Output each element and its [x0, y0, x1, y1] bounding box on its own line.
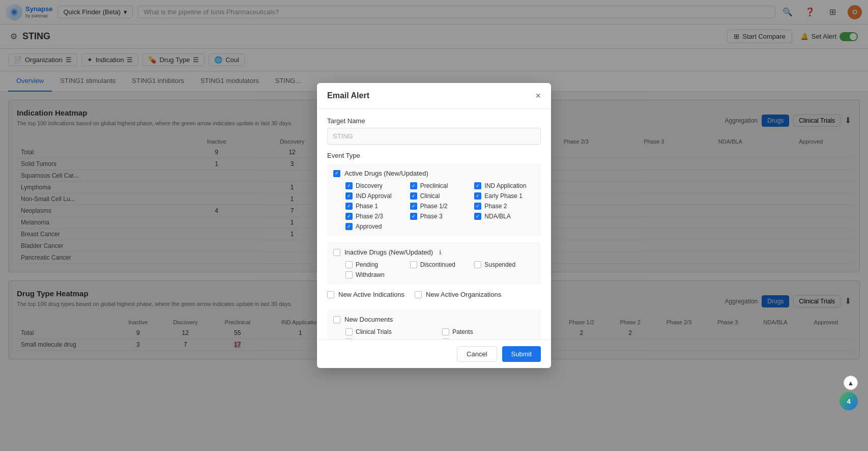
email-alert-modal: Email Alert × Target Name Event Type ✓ A… [317, 83, 551, 368]
cb-approved[interactable]: ✓ Approved [345, 223, 406, 230]
submit-button[interactable]: Submit [502, 346, 541, 362]
inactive-drugs-parent[interactable]: Inactive Drugs (New/Updated) ℹ [333, 248, 535, 256]
inactive-drugs-section: Inactive Drugs (New/Updated) ℹ Pending D… [327, 242, 541, 285]
cb-suspended[interactable]: Suspended [474, 261, 535, 268]
target-name-input[interactable] [327, 128, 541, 145]
new-active-organizations-checkbox[interactable] [415, 291, 422, 298]
new-active-section: New Active Indications New Active Organi… [327, 291, 541, 303]
inactive-drugs-grid: Pending Discontinued Suspended Withdrawn [333, 261, 535, 278]
new-documents-section: New Documents Clinical Trials Patents Li… [327, 309, 541, 340]
scroll-to-top-button[interactable]: ▲ [844, 376, 858, 390]
new-active-organizations-item[interactable]: New Active Organizations [415, 291, 501, 298]
modal-footer: Cancel Submit [317, 340, 551, 368]
cb-discontinued[interactable]: Discontinued [410, 261, 471, 268]
cancel-button[interactable]: Cancel [457, 346, 497, 362]
arrow-up-icon: ▲ [848, 379, 854, 387]
cb-pending[interactable]: Pending [345, 261, 406, 268]
active-drugs-parent[interactable]: ✓ Active Drugs (New/Updated) [333, 170, 535, 177]
new-active-indications-item[interactable]: New Active Indications [327, 291, 404, 298]
new-active-indications-checkbox[interactable] [327, 291, 334, 298]
cb-ind-approval[interactable]: ✓ IND Approval [345, 192, 406, 200]
cb-clinical-trials[interactable]: Clinical Trials [345, 328, 438, 335]
cb-clinical[interactable]: ✓ Clinical [410, 192, 471, 200]
cb-discovery[interactable]: ✓ Discovery [345, 182, 406, 189]
active-drugs-grid: ✓ Discovery ✓ Preclinical ✓ IND Applicat… [333, 182, 535, 230]
modal-body: Target Name Event Type ✓ Active Drugs (N… [317, 109, 551, 340]
inactive-drugs-label: Inactive Drugs (New/Updated) [344, 248, 433, 256]
cb-withdrawn[interactable]: Withdrawn [345, 271, 406, 278]
new-documents-parent[interactable]: New Documents [333, 316, 535, 323]
target-name-label: Target Name [327, 117, 541, 125]
modal-overlay[interactable]: Email Alert × Target Name Event Type ✓ A… [0, 0, 868, 451]
cb-preclinical[interactable]: ✓ Preclinical [410, 182, 471, 189]
new-documents-label: New Documents [344, 316, 393, 323]
new-active-organizations-label: New Active Organizations [426, 291, 501, 298]
active-drugs-section: ✓ Active Drugs (New/Updated) ✓ Discovery… [327, 163, 541, 236]
cb-patents[interactable]: Patents [442, 328, 535, 335]
cb-phase2-3[interactable]: ✓ Phase 2/3 [345, 213, 406, 220]
modal-title: Email Alert [327, 91, 369, 100]
new-documents-checkbox[interactable] [333, 316, 340, 323]
cb-ind-application[interactable]: ✓ IND Application [474, 182, 535, 189]
documents-grid: Clinical Trials Patents Literature News [333, 328, 535, 340]
cb-early-phase1[interactable]: ✓ Early Phase 1 [474, 192, 535, 200]
active-drugs-checkbox[interactable]: ✓ [333, 170, 340, 177]
inactive-drugs-checkbox[interactable] [333, 249, 340, 256]
notification-badge[interactable]: 4 [840, 392, 858, 410]
new-active-indications-label: New Active Indications [338, 291, 404, 298]
cb-phase1-2[interactable]: ✓ Phase 1/2 [410, 203, 471, 210]
info-icon[interactable]: ℹ [439, 249, 442, 256]
cb-phase1[interactable]: ✓ Phase 1 [345, 203, 406, 210]
modal-header: Email Alert × [317, 83, 551, 109]
cb-nda-bla[interactable]: ✓ NDA/BLA [474, 213, 535, 220]
cb-phase2[interactable]: ✓ Phase 2 [474, 203, 535, 210]
close-button[interactable]: × [535, 91, 541, 100]
active-drugs-label: Active Drugs (New/Updated) [344, 170, 428, 177]
cb-phase3[interactable]: ✓ Phase 3 [410, 213, 471, 220]
event-type-label: Event Type [327, 152, 541, 159]
